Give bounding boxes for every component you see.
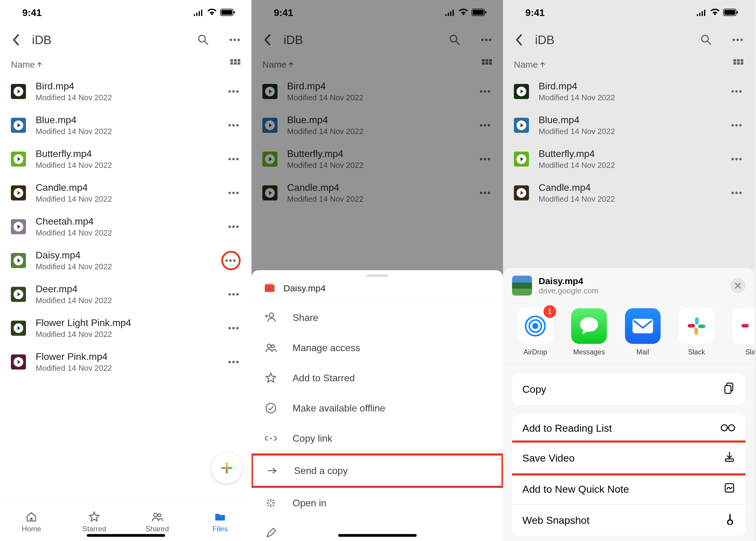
close-button[interactable]	[730, 278, 745, 293]
svg-point-33	[269, 313, 274, 317]
action-save-video[interactable]: Save Video	[512, 440, 745, 475]
more-options-button[interactable]: •••	[480, 33, 493, 47]
messages-icon	[578, 315, 600, 337]
view-toggle-grid[interactable]	[733, 59, 744, 70]
fab-add-button[interactable]	[211, 452, 243, 484]
svg-line-4	[205, 41, 208, 44]
status-indicators	[696, 7, 738, 18]
nav-files[interactable]: Files	[189, 503, 252, 541]
file-more-button[interactable]: •••	[227, 87, 241, 96]
more-options-button[interactable]: •••	[229, 33, 242, 47]
svg-rect-8	[230, 62, 233, 65]
file-more-button[interactable]: •••	[227, 222, 241, 232]
sheet-grabber[interactable]	[367, 274, 388, 277]
more-options-button[interactable]: •••	[732, 33, 745, 47]
file-row[interactable]: Deer.mp4Modified 14 Nov 2022•••	[0, 277, 252, 311]
action-web-snapshot[interactable]: Web Snapshot	[512, 504, 745, 536]
svg-rect-10	[238, 62, 240, 65]
signal-icon	[445, 7, 455, 18]
search-button[interactable]	[700, 33, 713, 47]
search-button[interactable]	[197, 33, 210, 47]
search-button[interactable]	[448, 33, 461, 47]
svg-rect-44	[741, 59, 743, 62]
nav-home[interactable]: Home	[0, 503, 63, 541]
svg-rect-9	[234, 62, 237, 65]
home-indicator[interactable]	[87, 534, 165, 537]
sheet-cut-item[interactable]	[252, 518, 503, 541]
home-indicator[interactable]	[338, 534, 416, 537]
file-row[interactable]: Candle.mp4Modified 14 Nov 2022•••	[0, 176, 252, 210]
svg-rect-28	[265, 285, 275, 292]
action-reading-list[interactable]: Add to Reading List	[512, 414, 745, 443]
sheet-offline[interactable]: Make available offline	[252, 393, 503, 423]
svg-point-36	[266, 403, 276, 413]
file-row[interactable]: Butterfly.mp4Modified 14 Nov 2022•••	[0, 142, 252, 176]
back-button[interactable]	[10, 34, 22, 46]
svg-rect-43	[737, 59, 740, 62]
share-airdrop[interactable]: 1 AirDrop	[517, 308, 553, 356]
header: iDB •••	[503, 25, 754, 54]
share-slack-overflow[interactable]: Sla	[732, 308, 754, 356]
person-add-icon	[265, 311, 277, 324]
file-row[interactable]: Bird.mp4Modified 14 Nov 2022•••	[0, 75, 252, 108]
file-more-button[interactable]: •••	[227, 323, 241, 333]
file-more-button-highlighted[interactable]: •••	[221, 251, 241, 270]
svg-point-20	[450, 35, 457, 42]
sheet-send-copy[interactable]: Send a copy	[253, 456, 501, 486]
link-icon	[265, 432, 277, 444]
file-row[interactable]: Blue.mp4Modified 14 Nov 2022•••	[0, 108, 252, 142]
action-copy[interactable]: Copy	[512, 373, 745, 405]
back-button[interactable]	[261, 34, 273, 46]
svg-point-15	[154, 513, 157, 517]
ios-file-name: Daisy.mp4	[539, 276, 598, 286]
sort-button[interactable]: Name	[11, 60, 42, 70]
screen-3-ios-share: 9:41 iDB ••• Name Bird.mp4Modified 14 No…	[503, 0, 754, 541]
svg-point-40	[702, 35, 708, 42]
ios-file-source: drive.google.com	[539, 286, 598, 295]
sort-button[interactable]: Name	[514, 60, 545, 70]
wifi-icon	[710, 7, 720, 18]
file-row[interactable]: Flower Pink.mp4Modified 14 Nov 2022•••	[0, 345, 252, 379]
sheet-share[interactable]: Share	[252, 302, 503, 333]
action-quick-note[interactable]: Add to New Quick Note	[512, 473, 745, 504]
share-messages[interactable]: Messages	[571, 308, 607, 356]
file-more-button[interactable]: •••	[227, 121, 241, 130]
file-modified: Modified 14 Nov 2022	[36, 127, 218, 136]
svg-rect-32	[272, 283, 272, 285]
file-row[interactable]: Daisy.mp4Modified 14 Nov 2022•••	[0, 244, 252, 277]
snapshot-icon	[725, 513, 735, 527]
file-row[interactable]: Cheetah.mp4Modified 14 Nov 2022•••	[0, 210, 252, 244]
arrow-up-icon	[37, 62, 42, 67]
file-more-button[interactable]: •••	[227, 188, 241, 198]
view-toggle-grid[interactable]	[230, 59, 241, 70]
svg-point-3	[199, 35, 205, 42]
screen-1-drive-list: 9:41 iDB ••• Name	[0, 0, 252, 541]
file-modified: Modified 14 Nov 2022	[36, 296, 218, 305]
svg-rect-53	[695, 317, 699, 324]
sort-button[interactable]: Name	[262, 60, 294, 70]
view-toggle-grid[interactable]	[482, 59, 492, 70]
file-more-button[interactable]: •••	[227, 154, 241, 164]
svg-point-34	[267, 344, 271, 348]
file-modified: Modified 14 Nov 2022	[36, 262, 212, 271]
svg-rect-52	[632, 319, 653, 333]
nav-label: Shared	[146, 525, 169, 533]
file-list[interactable]: Bird.mp4Modified 14 Nov 2022••• Blue.mp4…	[0, 75, 252, 502]
status-time: 9:41	[525, 7, 545, 18]
sheet-copy-link[interactable]: Copy link	[252, 423, 503, 453]
sheet-open-in[interactable]: Open in	[252, 488, 503, 518]
file-name: Cheetah.mp4	[36, 216, 218, 227]
file-more-button[interactable]: •••	[227, 289, 241, 299]
share-app-row[interactable]: 1 AirDrop Messages Mail	[503, 302, 754, 364]
file-more-button[interactable]: •••	[227, 357, 241, 367]
offline-icon	[265, 402, 277, 414]
home-icon	[25, 511, 37, 523]
back-button[interactable]	[513, 34, 525, 46]
file-row[interactable]: Flower Light Pink.mp4Modified 14 Nov 202…	[0, 311, 252, 345]
sheet-add-starred[interactable]: Add to Starred	[252, 363, 503, 393]
sheet-manage-access[interactable]: Manage access	[252, 333, 503, 363]
open-in-icon	[265, 497, 277, 509]
svg-rect-38	[724, 10, 735, 15]
share-slack[interactable]: Slack	[679, 308, 714, 356]
share-mail[interactable]: Mail	[625, 308, 661, 356]
